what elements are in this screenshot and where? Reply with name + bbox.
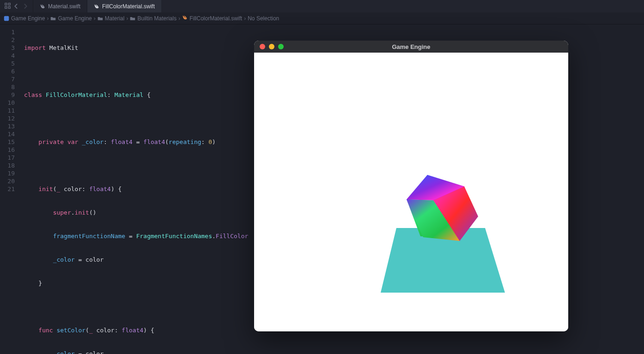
code-token: :: [107, 91, 115, 98]
code-token: repeating: [169, 138, 201, 145]
code-token: .: [212, 233, 216, 240]
code-token: setColor: [53, 327, 85, 334]
folder-icon: [130, 16, 135, 21]
crumb-project[interactable]: Game Engine: [4, 15, 45, 22]
folder-icon: [97, 16, 103, 21]
line-number: 5: [0, 60, 15, 67]
crumb-label: No Selection: [248, 15, 279, 22]
app-titlebar[interactable]: Game Engine: [254, 41, 568, 53]
code-token: _color: [53, 256, 75, 263]
code-token: :: [201, 138, 209, 145]
code-token: {: [143, 91, 151, 98]
code-token: private var: [38, 138, 78, 145]
swift-icon: [40, 4, 45, 9]
chevron-right-icon: ›: [94, 15, 96, 22]
code-token: 0: [208, 138, 212, 145]
line-number: 10: [0, 99, 15, 107]
line-number: 6: [0, 67, 15, 75]
code-token: (: [165, 138, 169, 145]
line-number: 12: [0, 114, 15, 122]
code-token: super: [53, 209, 71, 216]
crumb-label: Builtin Materials: [137, 15, 176, 22]
chevron-right-icon: ›: [126, 15, 128, 22]
app-window[interactable]: Game Engine: [254, 41, 568, 331]
code-token: _color: [78, 138, 103, 145]
line-number: 3: [0, 44, 15, 52]
code-token: fragmentFunctionName: [53, 233, 126, 240]
crumb-label: Game Engine: [11, 15, 45, 22]
app-viewport: [254, 53, 568, 331]
code-token: float4: [111, 138, 133, 145]
crumb-folder-root[interactable]: Game Engine: [50, 15, 91, 22]
tab-fillcolormaterial[interactable]: FillColorMaterial.swift: [87, 0, 161, 12]
tab-bar-left-controls: [0, 0, 33, 12]
code-token: MetalKit: [46, 44, 78, 51]
code-token: :: [103, 138, 111, 145]
code-token: _: [89, 327, 93, 334]
tab-material[interactable]: Material.swift: [33, 0, 87, 12]
line-number: 15: [0, 138, 15, 146]
line-number: 18: [0, 162, 15, 169]
crumb-selection[interactable]: No Selection: [248, 15, 279, 22]
code-content[interactable]: import MetalKit class FillColorMaterial:…: [19, 24, 266, 354]
related-items-icon[interactable]: [5, 3, 11, 10]
code-token: = color: [75, 350, 104, 354]
crumb-folder-builtin[interactable]: Builtin Materials: [130, 15, 176, 22]
tab-bar: Material.swift FillColorMaterial.swift: [0, 0, 644, 12]
line-number: 19: [0, 169, 15, 177]
crumb-label: Game Engine: [58, 15, 91, 22]
code-token: (): [89, 209, 97, 216]
svg-rect-1: [8, 3, 10, 5]
code-token: ) {: [143, 327, 154, 334]
svg-rect-3: [8, 6, 10, 8]
code-token: class: [24, 91, 42, 98]
tab-label: Material.swift: [48, 3, 80, 10]
code-token: FillColorMaterial: [42, 91, 107, 98]
app-title: Game Engine: [254, 43, 568, 50]
code-token: import: [24, 44, 46, 51]
folder-icon: [50, 16, 56, 21]
code-token: FillColor: [216, 233, 248, 240]
code-token: float4: [122, 327, 143, 334]
line-number: 8: [0, 83, 15, 91]
crumb-label: Material: [105, 15, 125, 22]
crumb-folder-material[interactable]: Material: [97, 15, 125, 22]
render-output: [254, 53, 568, 331]
code-token: init: [38, 186, 53, 192]
code-token: float4: [143, 138, 165, 145]
line-number: 11: [0, 107, 15, 114]
crumb-label: FillColorMaterial.swift: [189, 15, 242, 22]
code-token: func: [38, 327, 53, 334]
code-token: = color: [75, 256, 104, 263]
line-number: 21: [0, 185, 15, 193]
svg-rect-4: [4, 16, 9, 21]
line-number: 17: [0, 154, 15, 162]
line-number: 13: [0, 122, 15, 130]
code-token: _color: [53, 350, 75, 354]
code-token: ) {: [111, 186, 122, 192]
code-token: =: [125, 233, 136, 240]
code-token: }: [38, 280, 42, 287]
line-number: 2: [0, 36, 15, 44]
line-number: 7: [0, 75, 15, 83]
nav-forward-icon[interactable]: [22, 3, 28, 9]
line-number: 9: [0, 91, 15, 99]
code-token: .: [71, 209, 75, 216]
code-token: (: [85, 327, 89, 334]
svg-rect-0: [5, 3, 7, 5]
nav-back-icon[interactable]: [13, 3, 19, 9]
swift-icon: [182, 15, 188, 22]
chevron-right-icon: ›: [244, 15, 246, 22]
code-token: ): [212, 138, 216, 145]
jump-bar: Game Engine › Game Engine › Material › B…: [0, 12, 644, 24]
line-number: 20: [0, 177, 15, 185]
chevron-right-icon: ›: [178, 15, 180, 22]
line-number: 16: [0, 146, 15, 154]
crumb-file[interactable]: FillColorMaterial.swift: [182, 15, 242, 22]
line-number: 1: [0, 28, 15, 36]
tab-label: FillColorMaterial.swift: [102, 3, 155, 10]
line-number: 14: [0, 130, 15, 138]
code-token: color:: [60, 186, 89, 192]
code-token: FragmentFunctionNames: [136, 233, 212, 240]
code-token: =: [133, 138, 143, 145]
